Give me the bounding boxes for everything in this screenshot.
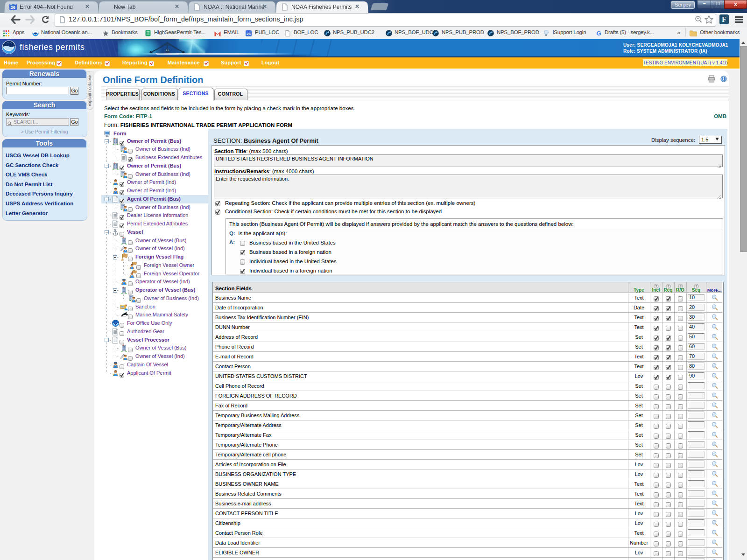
svg-text:G: G [596, 30, 601, 36]
svg-text:26: 26 [247, 32, 251, 36]
svg-text:26: 26 [11, 5, 15, 10]
